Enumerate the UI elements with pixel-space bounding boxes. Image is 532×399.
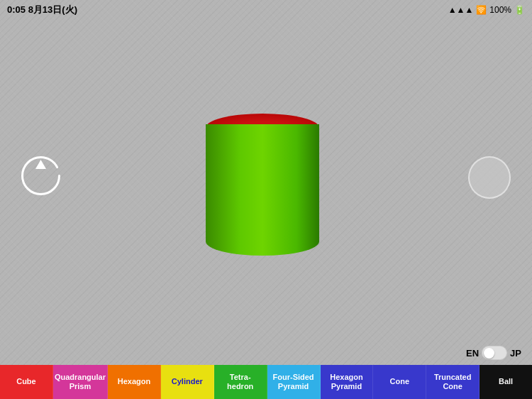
- battery-icon: 🔋: [514, 5, 525, 15]
- cylinder-body: [206, 124, 319, 256]
- lang-jp-label: JP: [510, 348, 521, 359]
- lang-toggle[interactable]: EN JP: [466, 346, 521, 360]
- shape-btn-cylinder[interactable]: Cylinder: [161, 365, 214, 399]
- toggle-track[interactable]: [482, 346, 507, 360]
- 3d-cylinder: [206, 114, 319, 256]
- wifi-icon: 🛜: [476, 5, 487, 15]
- status-time: 0:05 8月13日(火): [7, 4, 77, 16]
- status-right: ▲▲▲ 🛜 100% 🔋: [448, 5, 525, 15]
- shape-btn-quadrangular[interactable]: QuadrangularPrism: [53, 365, 108, 399]
- signal-icon: ▲▲▲: [448, 5, 474, 15]
- battery-text: 100%: [489, 5, 511, 15]
- svg-marker-1: [35, 160, 46, 169]
- shape-btn-cube[interactable]: Cube: [0, 365, 53, 399]
- lang-en-label: EN: [466, 348, 479, 359]
- shape-btn-tetra-[interactable]: Tetra-hedron: [214, 365, 267, 399]
- camera-shutter-button[interactable]: [468, 156, 511, 199]
- shape-toolbar: CubeQuadrangularPrismHexagonCylinderTetr…: [0, 365, 532, 399]
- reset-button[interactable]: [21, 156, 60, 195]
- shape-btn-ball[interactable]: Ball: [480, 365, 532, 399]
- shape-btn-hexagon[interactable]: Hexagon: [108, 365, 161, 399]
- toggle-thumb: [484, 348, 494, 359]
- shape-btn-hexagon[interactable]: HexagonPyramid: [321, 365, 374, 399]
- status-bar: 0:05 8月13日(火) ▲▲▲ 🛜 100% 🔋: [0, 0, 532, 20]
- shape-btn-truncated[interactable]: TruncatedCone: [426, 365, 480, 399]
- shape-btn-four-sided[interactable]: Four-SidedPyramid: [267, 365, 321, 399]
- shape-btn-cone[interactable]: Cone: [373, 365, 426, 399]
